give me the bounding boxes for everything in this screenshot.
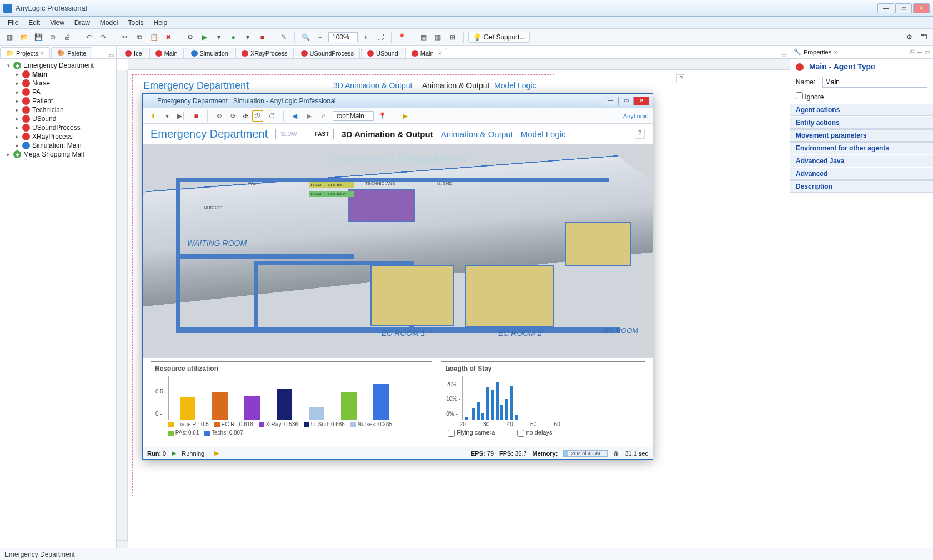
project-tree[interactable]: ▾◆ Emergency Department ▸Main ▸Nurse ▸PA… <box>0 59 116 161</box>
tree-pa[interactable]: ▸PA <box>12 88 115 97</box>
wand-button[interactable]: ✎ <box>278 31 290 43</box>
zoom-tool-button[interactable]: 🔍 <box>299 31 312 43</box>
sim-play2-button[interactable]: ▶ <box>400 110 411 122</box>
copy-button[interactable]: ⧉ <box>133 31 146 43</box>
redo-button[interactable]: ↷ <box>97 31 109 43</box>
run-drop-button[interactable]: ▾ <box>213 31 225 43</box>
debug-button[interactable]: ● <box>227 31 239 43</box>
tree-patient[interactable]: ▸Patient <box>12 97 115 105</box>
tab-xrayprocess[interactable]: XRayProcess <box>235 48 294 58</box>
close-tab-icon[interactable]: × <box>438 51 442 57</box>
max-icon[interactable]: ▭ <box>925 49 930 55</box>
zoom-fit-button[interactable]: ⛶ <box>374 31 387 43</box>
window-maximize-button[interactable]: ▭ <box>895 3 912 13</box>
section-description[interactable]: Description <box>790 180 933 193</box>
sim-help-button[interactable]: ? <box>635 129 645 139</box>
save-button[interactable]: 💾 <box>32 31 44 43</box>
ignore-checkbox[interactable] <box>796 92 803 99</box>
tree-main[interactable]: ▸Main <box>12 70 115 79</box>
tree-root-ed[interactable]: ▾◆ Emergency Department <box>3 61 115 70</box>
zoom-level[interactable]: 100% <box>328 32 358 42</box>
snap-button[interactable]: ▥ <box>432 31 444 43</box>
menu-tools[interactable]: Tools <box>124 18 148 28</box>
sim-stop-button[interactable]: ■ <box>190 110 202 122</box>
simulation-window[interactable]: Emergency Department : Simulation - AnyL… <box>142 93 653 460</box>
sim-tab-3d[interactable]: 3D Animation & Output <box>342 129 433 139</box>
stop-button[interactable]: ■ <box>256 31 268 43</box>
sim-3d-view[interactable]: Emergency Department TRIAGE ROOM 1 TRIAG… <box>143 144 653 358</box>
tree-technician[interactable]: ▸Technician <box>12 105 115 114</box>
perspective-button[interactable]: ⚙ <box>903 31 915 43</box>
cut-button[interactable]: ✂ <box>119 31 131 43</box>
tab-main2[interactable]: Main× <box>405 48 448 58</box>
close-icon[interactable]: × <box>41 50 44 57</box>
flying-camera-checkbox[interactable]: Flying camera <box>448 429 495 437</box>
get-support-button[interactable]: 💡 Get Support... <box>468 32 530 43</box>
sim-step-button[interactable]: ▶│ <box>176 110 187 122</box>
section-adv-java[interactable]: Advanced Java <box>790 155 933 167</box>
trash-icon[interactable]: 🗑 <box>613 450 619 457</box>
minimize-editor-icon[interactable]: — <box>774 52 779 58</box>
pin-button[interactable]: 📍 <box>396 31 408 43</box>
delete-button[interactable]: ✖ <box>162 31 174 43</box>
maximize-view-icon[interactable]: ▭ <box>109 52 114 58</box>
views-button[interactable]: 🗔 <box>917 31 930 43</box>
run-button[interactable]: ▶ <box>198 31 210 43</box>
tree-usound[interactable]: ▸USound <box>12 114 115 123</box>
menu-model[interactable]: Model <box>96 18 123 28</box>
sim-tab-anim[interactable]: Animation & Output <box>441 129 513 139</box>
sim-drop-button[interactable]: ▾ <box>162 110 173 122</box>
menu-file[interactable]: File <box>3 18 23 28</box>
name-field[interactable] <box>822 77 927 88</box>
grid-button[interactable]: ▦ <box>418 31 430 43</box>
sim-nav-back-button[interactable]: ◀ <box>289 110 300 122</box>
tree-root-mall[interactable]: ▸◆ Mega Shopping Mall <box>3 150 115 159</box>
sim-close-button[interactable]: ✕ <box>634 97 649 105</box>
sim-home-button[interactable]: ⌂ <box>318 110 329 122</box>
open-button[interactable]: 📂 <box>18 31 30 43</box>
section-movement[interactable]: Movement parameters <box>790 129 933 142</box>
sim-realtime-button[interactable]: ⏱ <box>252 110 263 122</box>
tree-simulation-main[interactable]: ▸Simulation: Main <box>12 141 115 150</box>
tree-usoundprocess[interactable]: ▸USoundProcess <box>12 123 115 132</box>
no-delays-checkbox[interactable]: no delays <box>517 429 552 437</box>
tab-simulation[interactable]: Simulation <box>185 48 234 58</box>
minimize-view-icon[interactable]: — <box>101 52 107 58</box>
guides-button[interactable]: ⊞ <box>447 31 459 43</box>
zoom-in-button[interactable]: + <box>360 31 372 43</box>
projects-tab[interactable]: 📁 Projects × <box>0 47 50 58</box>
canvas-help-button[interactable]: ? <box>676 74 685 83</box>
sim-speed-down-button[interactable]: ⟲ <box>213 110 224 122</box>
new-button[interactable]: ▥ <box>3 31 16 43</box>
close-icon[interactable]: × <box>834 49 837 56</box>
sim-pause-button[interactable]: ⏸ <box>147 110 158 122</box>
sim-minimize-button[interactable]: — <box>603 97 618 105</box>
sim-marker-button[interactable]: 📍 <box>377 110 388 122</box>
menu-edit[interactable]: Edit <box>24 18 44 28</box>
window-close-button[interactable]: ✕ <box>913 3 930 13</box>
section-agent-actions[interactable]: Agent actions <box>790 104 933 116</box>
window-minimize-button[interactable]: — <box>877 3 894 13</box>
tab-ice[interactable]: Ice <box>119 48 148 58</box>
tree-xrayprocess[interactable]: ▸XRayProcess <box>12 132 115 141</box>
tree-nurse[interactable]: ▸Nurse <box>12 79 115 88</box>
sim-virtual-button[interactable]: ⏱ <box>267 110 278 122</box>
min-icon[interactable]: — <box>917 49 922 55</box>
sim-nav-fwd-button[interactable]: ▶ <box>304 110 315 122</box>
menu-view[interactable]: View <box>46 18 69 28</box>
canvas-view-logic[interactable]: Model Logic <box>494 81 536 90</box>
section-entity-actions[interactable]: Entity actions <box>790 117 933 129</box>
zoom-out-button[interactable]: − <box>314 31 326 43</box>
canvas-view-3d[interactable]: 3D Animation & Output <box>333 81 412 90</box>
maximize-editor-icon[interactable]: ▭ <box>781 52 786 58</box>
section-environment[interactable]: Environment for other agents <box>790 142 933 154</box>
sim-fast-button[interactable]: FAST <box>310 129 334 139</box>
pin-icon[interactable]: ⇱ <box>910 49 915 55</box>
sim-tab-logic[interactable]: Model Logic <box>521 129 566 139</box>
tab-usoundprocess[interactable]: USoundProcess <box>295 48 360 58</box>
section-advanced[interactable]: Advanced <box>790 168 933 180</box>
menu-help[interactable]: Help <box>149 18 172 28</box>
debug-drop-button[interactable]: ▾ <box>242 31 254 43</box>
sim-maximize-button[interactable]: ▭ <box>618 97 634 105</box>
palette-tab[interactable]: 🎨 Palette <box>51 47 92 58</box>
